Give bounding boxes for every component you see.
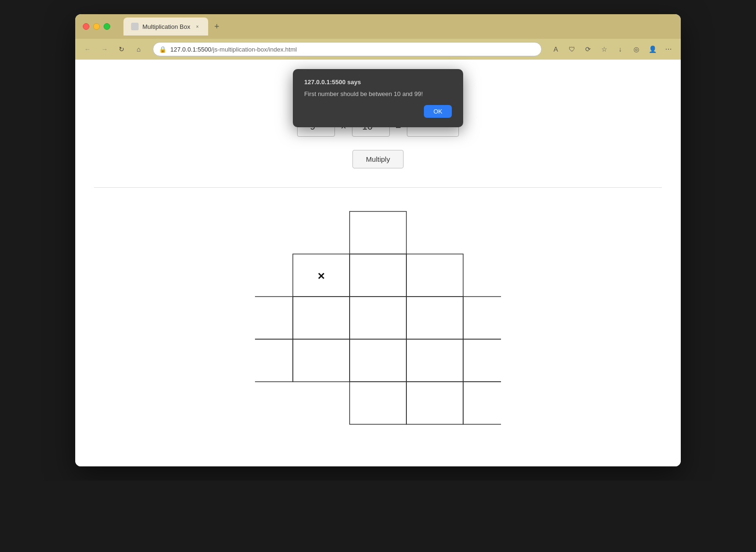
grid-cell-top [350,211,406,254]
cross-symbol: × [317,269,325,283]
url-path: /js-multiplication-box/index.html [211,46,297,53]
extensions-button[interactable]: ⟳ [581,43,595,56]
address-bar[interactable]: 🔒 127.0.0.1:5500/js-multiplication-box/i… [153,42,542,56]
refresh-button[interactable]: ↻ [115,43,128,56]
shield-icon[interactable]: 🛡 [565,43,579,56]
alert-dialog: 127.0.0.1:5500 says First number should … [293,69,463,127]
grid-cell-r3-c1 [255,297,293,339]
tab-bar: Multiplication Box × + [123,18,673,35]
grid-cell-r3-c3 [350,297,406,339]
active-tab[interactable]: Multiplication Box × [123,18,208,35]
alert-footer: OK [304,105,452,118]
profile-button[interactable]: 👤 [646,43,659,56]
multiply-button[interactable]: Multiply [352,150,404,168]
grid-cell-r3-c4 [406,297,463,339]
grid-cell-r4-c1 [255,339,293,382]
grid-cell-r4-c3 [350,339,406,382]
grid-cell-r3-c5 [463,297,501,339]
multiplication-grid: × [255,207,501,443]
close-button[interactable] [83,23,89,30]
grid-cell-r5-c4 [406,382,463,424]
grid-cell-r4-c4 [406,339,463,382]
forward-button[interactable]: → [98,43,111,56]
grid-cell-r3-c2 [293,297,350,339]
url-host: 127.0.0.1:5500 [170,46,211,53]
alert-message: First number should be between 10 and 99… [304,90,452,97]
url-display: 127.0.0.1:5500/js-multiplication-box/ind… [170,46,536,53]
nav-bar: ← → ↻ ⌂ 🔒 127.0.0.1:5500/js-multiplicati… [75,39,681,60]
alert-title: 127.0.0.1:5500 says [304,79,452,86]
traffic-lights [83,23,110,30]
new-tab-button[interactable]: + [210,20,223,33]
lock-icon: 🔒 [159,46,167,53]
back-button[interactable]: ← [81,43,94,56]
grid-cell-r5-c5 [463,382,501,424]
title-bar: Multiplication Box × + [75,14,681,39]
grid-cell-r4-c5 [463,339,501,382]
browser-window: Multiplication Box × + ← → ↻ ⌂ 🔒 127.0.0… [75,14,681,466]
settings-button[interactable]: ⋯ [662,43,675,56]
grid-cell-mid-right [406,254,463,297]
grid-cell-r4-c2 [293,339,350,382]
tab-favicon [131,23,139,30]
collections-button[interactable]: ◎ [630,43,643,56]
home-button[interactable]: ⌂ [132,43,145,56]
tab-title: Multiplication Box [142,23,190,30]
alert-ok-button[interactable]: OK [424,105,452,118]
nav-actions: 𝖠 🛡 ⟳ ☆ ↓ ◎ 👤 ⋯ [549,43,675,56]
grid-svg: × [255,207,501,438]
divider [94,187,662,188]
tab-close-button[interactable]: × [194,23,201,30]
page-content: 127.0.0.1:5500 says First number should … [75,60,681,466]
grid-cell-mid-center [350,254,406,297]
minimize-button[interactable] [93,23,100,30]
maximize-button[interactable] [104,23,110,30]
favorites-button[interactable]: ☆ [598,43,611,56]
grid-cell-r5-c3 [350,382,406,424]
reader-mode-button[interactable]: 𝖠 [549,43,563,56]
download-button[interactable]: ↓ [614,43,627,56]
